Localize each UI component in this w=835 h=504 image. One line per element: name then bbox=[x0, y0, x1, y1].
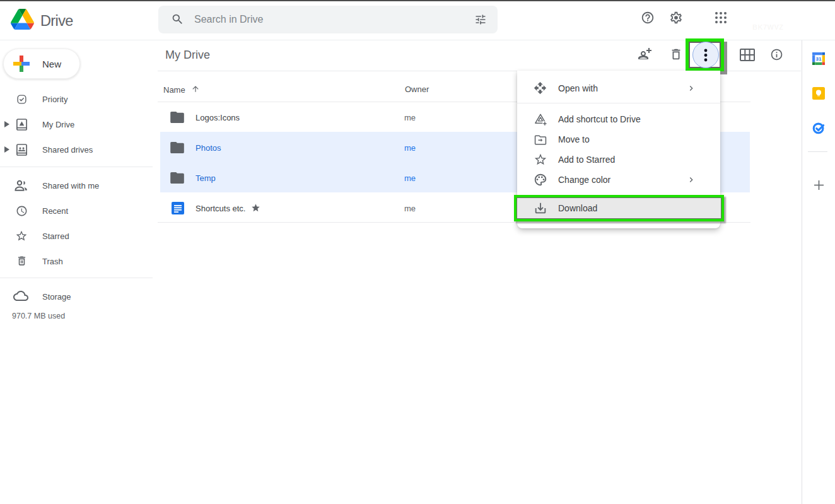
svg-text:31: 31 bbox=[816, 56, 822, 62]
